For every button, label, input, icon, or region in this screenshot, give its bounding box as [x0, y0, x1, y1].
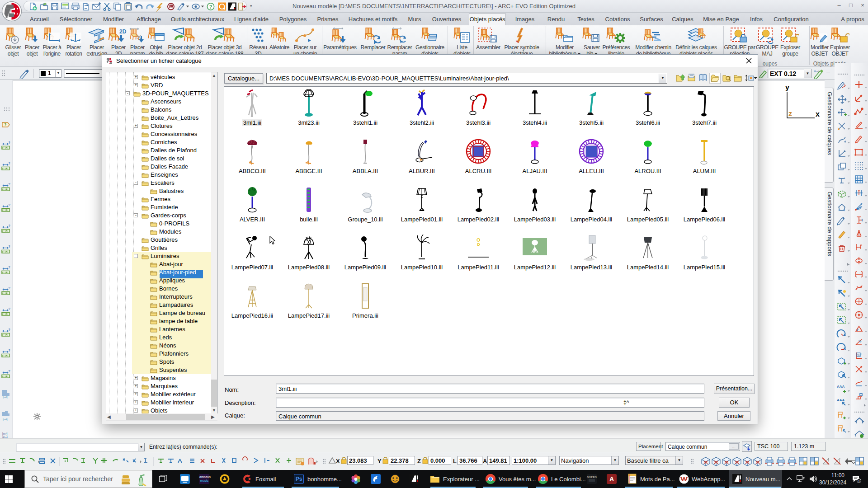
svg-text:Y: Y	[377, 458, 382, 465]
svg-text:90°: 90°	[857, 353, 862, 357]
svg-text:2D: 2D	[119, 28, 127, 35]
svg-text:L: L	[453, 458, 457, 465]
svg-text:X: X	[336, 458, 340, 465]
svg-text:[m²]: [m²]	[3, 418, 8, 421]
svg-text:Z: Z	[417, 458, 421, 465]
svg-text:AAA: AAA	[837, 385, 845, 389]
svg-text:1: 1	[858, 479, 860, 483]
svg-text:A: A	[483, 458, 487, 465]
svg-text:y: y	[785, 84, 789, 91]
svg-text:Mod: Mod	[814, 70, 819, 73]
svg-text:?: ?	[4, 122, 7, 127]
svg-text:[m³]: [m³]	[2, 432, 7, 436]
svg-text:AAA: AAA	[837, 398, 845, 402]
svg-text:x: x	[816, 110, 820, 118]
svg-text:[m²]: [m²]	[3, 396, 8, 399]
svg-text:%: %	[859, 340, 861, 343]
svg-text:z: z	[788, 110, 792, 117]
